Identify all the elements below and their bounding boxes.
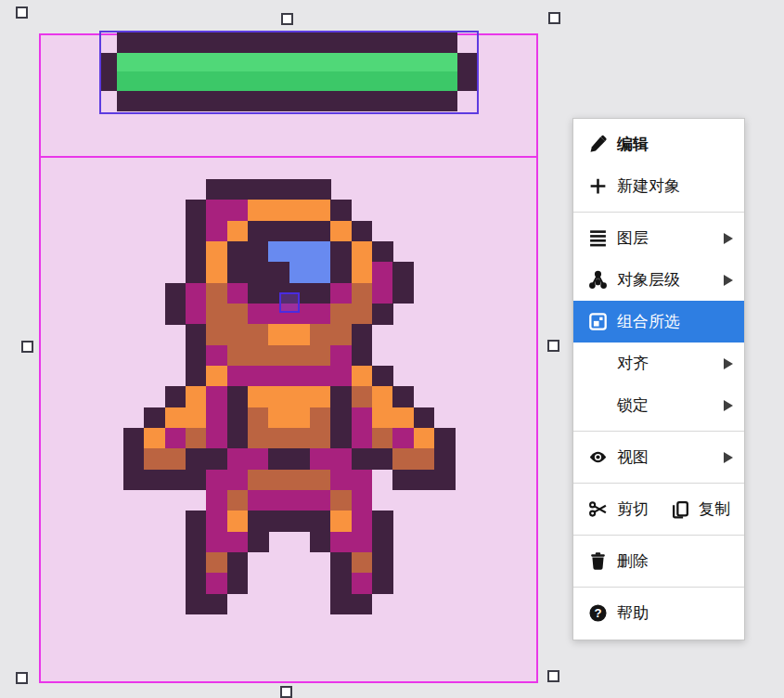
sprite-pixel[interactable] <box>206 283 227 304</box>
sprite-pixel[interactable] <box>330 407 352 429</box>
sprite-pixel[interactable] <box>434 448 456 470</box>
sprite-pixel[interactable] <box>123 428 145 449</box>
sprite-pixel[interactable] <box>206 470 227 491</box>
menu-item-lock[interactable]: 锁定 <box>573 384 744 426</box>
sprite-pixel[interactable] <box>392 407 414 429</box>
sprite-pixel[interactable] <box>352 345 373 367</box>
sprite-pixel[interactable] <box>227 448 249 470</box>
sprite-pixel[interactable] <box>372 241 393 263</box>
sprite-pixel[interactable] <box>330 552 352 574</box>
sprite-pixel[interactable] <box>165 428 186 449</box>
sprite-pixel[interactable] <box>310 407 331 429</box>
sprite-pixel[interactable] <box>186 283 207 304</box>
transform-handle-5[interactable] <box>16 672 28 684</box>
sprite-pixel[interactable] <box>248 283 269 304</box>
sprite-pixel[interactable] <box>330 366 352 387</box>
sprite-pixel[interactable] <box>268 407 289 429</box>
sprite-pixel[interactable] <box>268 221 289 242</box>
sprite-pixel[interactable] <box>310 221 331 242</box>
menu-item-object-hierarchy[interactable]: 对象层级 <box>573 259 744 301</box>
transform-handle-7[interactable] <box>547 670 559 682</box>
sprite-pixel[interactable] <box>392 386 414 407</box>
sprite-pixel[interactable] <box>186 324 207 345</box>
sprite-pixel[interactable] <box>227 241 249 263</box>
sprite-pixel[interactable] <box>248 532 269 553</box>
sprite-pixel[interactable] <box>310 262 331 283</box>
sprite-pixel[interactable] <box>310 511 331 532</box>
sprite-pixel[interactable] <box>206 179 227 200</box>
sprite-pixel[interactable] <box>227 386 249 407</box>
sprite-pixel[interactable] <box>330 324 352 345</box>
menu-item-align[interactable]: 对齐 <box>573 343 744 384</box>
sprite-pixel[interactable] <box>144 428 165 449</box>
sprite-pixel[interactable] <box>227 262 249 283</box>
sprite-pixel[interactable] <box>227 324 249 345</box>
sprite-pixel[interactable] <box>330 448 352 470</box>
sprite-pixel[interactable] <box>372 366 393 387</box>
sprite-pixel[interactable] <box>206 511 227 532</box>
sprite-pixel[interactable] <box>352 573 373 594</box>
sprite-pixel[interactable] <box>352 366 373 387</box>
sprite-pixel[interactable] <box>372 511 393 532</box>
sprite-pixel[interactable] <box>310 532 331 553</box>
sprite-pixel[interactable] <box>330 428 352 449</box>
menu-item-group-selection[interactable]: 组合所选 <box>573 301 744 343</box>
sprite-pixel[interactable] <box>268 345 289 367</box>
menu-item-layers[interactable]: 图层 <box>573 217 744 259</box>
sprite-pixel[interactable] <box>310 324 331 345</box>
sprite-pixel[interactable] <box>268 490 289 511</box>
sprite-pixel[interactable] <box>248 179 269 200</box>
menu-item-view[interactable]: 视图 <box>573 436 744 478</box>
sprite-pixel[interactable] <box>165 386 186 407</box>
sprite-pixel[interactable] <box>227 552 249 574</box>
menu-item-copy[interactable]: 复制 <box>669 498 730 520</box>
transform-handle-2[interactable] <box>548 12 560 24</box>
sprite-pixel[interactable] <box>206 221 227 242</box>
sprite-pixel[interactable] <box>352 241 373 263</box>
sprite-pixel[interactable] <box>330 573 352 594</box>
sprite-pixel[interactable] <box>352 304 373 325</box>
sprite-pixel[interactable] <box>310 345 331 367</box>
sprite-pixel[interactable] <box>289 221 311 242</box>
sprite-pixel[interactable] <box>186 594 207 615</box>
sprite-pixel[interactable] <box>310 200 331 221</box>
sprite-pixel[interactable] <box>227 532 249 553</box>
transform-handle-6[interactable] <box>280 686 292 698</box>
sprite-pixel[interactable] <box>186 241 207 263</box>
sprite-pixel[interactable] <box>186 200 207 221</box>
sprite-pixel[interactable] <box>268 366 289 387</box>
sprite-pixel[interactable] <box>248 262 269 283</box>
sprite-pixel[interactable] <box>268 241 289 263</box>
sprite-pixel[interactable] <box>330 470 352 491</box>
sprite-pixel[interactable] <box>227 428 249 449</box>
sprite-pixel[interactable] <box>268 324 289 345</box>
sprite-pixel[interactable] <box>289 511 311 532</box>
sprite-pixel[interactable] <box>186 386 207 407</box>
sprite-pixel[interactable] <box>227 490 249 511</box>
sprite-pixel[interactable] <box>372 304 393 325</box>
sprite-pixel[interactable] <box>268 428 289 449</box>
selected-pixel-cursor[interactable] <box>279 292 300 313</box>
menu-item-delete[interactable]: 删除 <box>573 540 744 582</box>
sprite-pixel[interactable] <box>165 470 186 491</box>
sprite-pixel[interactable] <box>414 407 435 429</box>
sprite-pixel[interactable] <box>352 386 373 407</box>
sprite-pixel[interactable] <box>248 470 269 491</box>
sprite-pixel[interactable] <box>227 304 249 325</box>
menu-item-new-object[interactable]: 新建对象 <box>573 165 744 207</box>
sprite-pixel[interactable] <box>372 407 393 429</box>
sprite-pixel[interactable] <box>352 283 373 304</box>
sprite-pixel[interactable] <box>372 573 393 594</box>
sprite-pixel[interactable] <box>248 241 269 263</box>
sprite-pixel[interactable] <box>227 470 249 491</box>
sprite-pixel[interactable] <box>289 407 311 429</box>
sprite-pixel[interactable] <box>372 552 393 574</box>
sprite-pixel[interactable] <box>248 324 269 345</box>
sprite-pixel[interactable] <box>248 407 269 429</box>
sprite-pixel[interactable] <box>186 366 207 387</box>
sprite-pixel[interactable] <box>372 262 393 283</box>
sprite-pixel[interactable] <box>248 345 269 367</box>
sprite-pixel[interactable] <box>227 283 249 304</box>
sprite-pixel[interactable] <box>206 594 227 615</box>
sprite-pixel[interactable] <box>414 470 435 491</box>
